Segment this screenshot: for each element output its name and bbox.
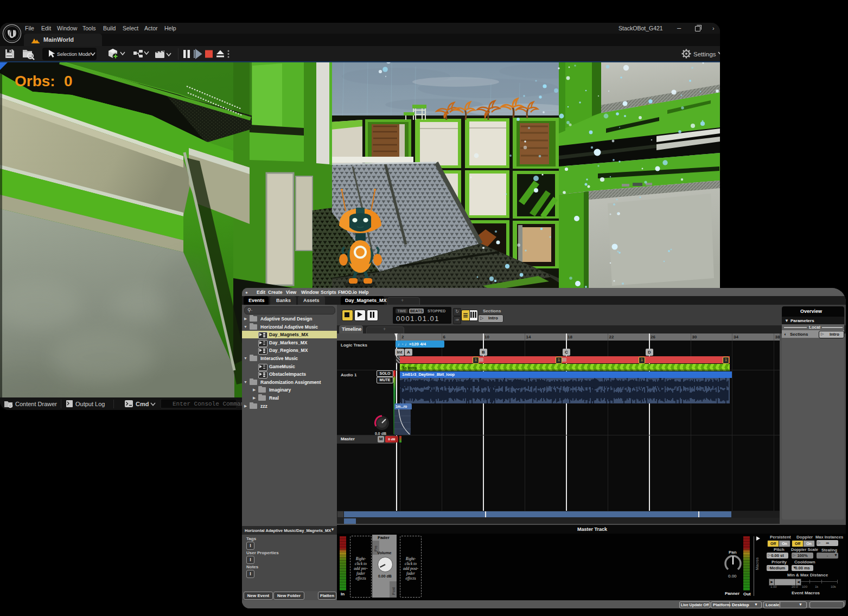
svg-text:Settings: Settings: [693, 51, 716, 57]
svg-text:Cmd: Cmd: [136, 401, 149, 407]
svg-text:Content Drawer: Content Drawer: [15, 401, 57, 407]
svg-text:Orbs:: Orbs:: [15, 73, 55, 89]
svg-text:0: 0: [64, 73, 73, 89]
svg-text:Selection Mode: Selection Mode: [57, 52, 91, 57]
svg-text:Output Log: Output Log: [75, 401, 105, 407]
